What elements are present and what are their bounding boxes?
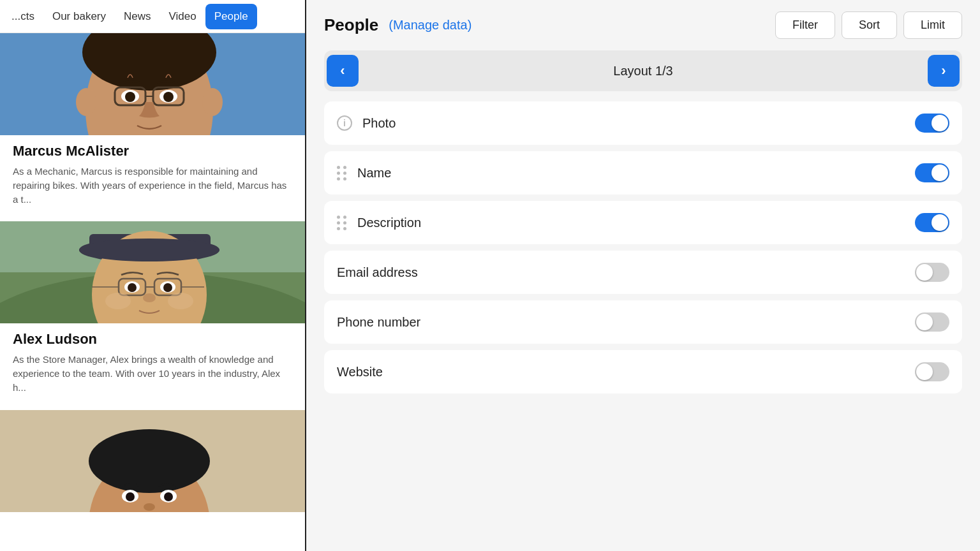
person-name-1: Marcus McAlister — [13, 143, 292, 159]
field-label-name: Name — [357, 166, 915, 180]
drag-handle-name[interactable] — [337, 166, 347, 180]
sort-button[interactable]: Sort — [842, 11, 897, 39]
field-row-email: Email address — [324, 251, 962, 294]
field-row-photo: i Photo — [324, 101, 962, 145]
person-desc-2: As the Store Manager, Alex brings a weal… — [13, 353, 292, 394]
svg-point-29 — [143, 293, 156, 302]
drag-handle-description[interactable] — [337, 216, 347, 230]
svg-point-40 — [144, 503, 155, 511]
field-row-name: Name — [324, 151, 962, 195]
person-photo-2 — [0, 221, 305, 323]
svg-point-38 — [126, 492, 135, 501]
svg-point-10 — [163, 92, 174, 102]
limit-button[interactable]: Limit — [903, 11, 962, 39]
field-label-email: Email address — [337, 265, 915, 280]
person-card-2[interactable]: Alex Ludson As the Store Manager, Alex b… — [0, 221, 305, 409]
person-photo-1 — [0, 33, 305, 135]
nav-item-news[interactable]: News — [115, 4, 160, 29]
toggle-photo[interactable] — [915, 114, 949, 133]
field-label-photo: Photo — [362, 116, 915, 131]
layout-prev-button[interactable]: ‹ — [327, 55, 359, 87]
person-card-1[interactable]: Marcus McAlister As a Mechanic, Marcus i… — [0, 33, 305, 221]
svg-point-31 — [168, 293, 193, 309]
info-icon: i — [337, 115, 352, 131]
field-label-website: Website — [337, 365, 915, 379]
header-buttons: Filter Sort Limit — [775, 11, 962, 39]
person-photo-3 — [0, 410, 305, 512]
nav-item-people[interactable]: People — [205, 4, 257, 29]
svg-point-11 — [76, 88, 96, 116]
nav-bar: ...cts Our bakery News Video People — [0, 0, 305, 33]
right-panel: People (Manage data) Filter Sort Limit ‹… — [306, 0, 980, 551]
nav-item-products[interactable]: ...cts — [3, 4, 43, 29]
layout-next-button[interactable]: › — [928, 55, 960, 87]
field-label-description: Description — [357, 216, 915, 230]
field-row-description: Description — [324, 201, 962, 244]
svg-point-35 — [89, 429, 210, 493]
toggle-email[interactable] — [915, 263, 949, 282]
field-label-phone: Phone number — [337, 315, 915, 330]
svg-point-12 — [202, 88, 223, 116]
field-row-phone: Phone number — [324, 300, 962, 344]
person-card-3[interactable] — [0, 410, 305, 527]
person-name-2: Alex Ludson — [13, 331, 292, 348]
toggle-phone[interactable] — [915, 312, 949, 332]
right-header: People (Manage data) Filter Sort Limit — [306, 0, 980, 50]
svg-point-30 — [105, 293, 131, 309]
people-list: Marcus McAlister As a Mechanic, Marcus i… — [0, 33, 305, 551]
left-panel: ...cts Our bakery News Video People — [0, 0, 306, 551]
toggle-name[interactable] — [915, 163, 949, 182]
layout-label: Layout 1/3 — [359, 64, 928, 78]
svg-point-9 — [125, 92, 135, 102]
right-panel-title: People — [324, 15, 378, 35]
person-desc-1: As a Mechanic, Marcus is responsible for… — [13, 165, 292, 206]
nav-item-video[interactable]: Video — [160, 4, 205, 29]
field-row-website: Website — [324, 350, 962, 393]
svg-point-39 — [164, 492, 173, 501]
svg-point-28 — [163, 283, 172, 292]
svg-point-19 — [79, 239, 219, 261]
filter-button[interactable]: Filter — [775, 11, 835, 39]
toggle-website[interactable] — [915, 362, 949, 381]
nav-item-our-bakery[interactable]: Our bakery — [43, 4, 115, 29]
person-info-1: Marcus McAlister As a Mechanic, Marcus i… — [0, 135, 305, 206]
right-content: ‹ Layout 1/3 › i Photo Name — [306, 50, 980, 551]
person-info-2: Alex Ludson As the Store Manager, Alex b… — [0, 323, 305, 394]
svg-point-27 — [128, 283, 137, 292]
manage-data-link[interactable]: (Manage data) — [389, 18, 471, 33]
toggle-description[interactable] — [915, 213, 949, 232]
layout-navigator: ‹ Layout 1/3 › — [324, 50, 962, 91]
